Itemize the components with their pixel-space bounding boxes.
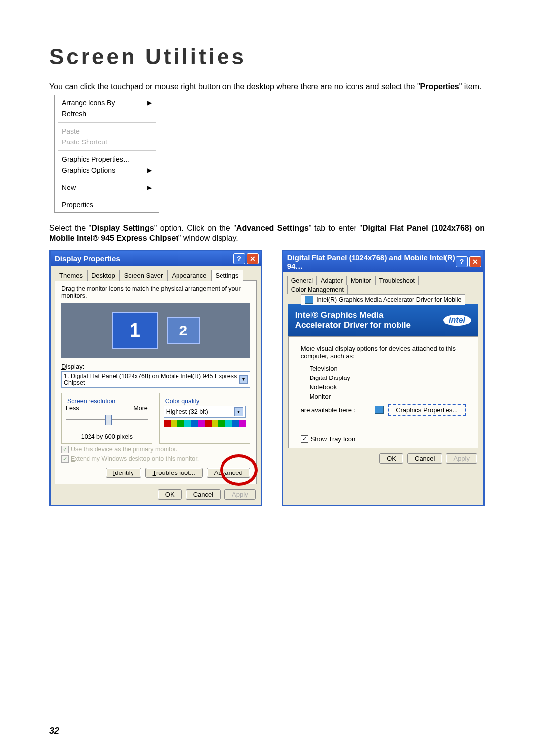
apply-button: Apply — [446, 453, 477, 464]
color-swatch-bar — [164, 420, 246, 427]
menu-item-graphics-options[interactable]: Graphics Options ▶ — [55, 165, 159, 176]
text: " item. — [459, 82, 482, 91]
submenu-arrow-icon: ▶ — [147, 184, 152, 191]
checkbox-label: Use this device as the primary monitor. — [71, 446, 177, 453]
menu-separator — [58, 179, 156, 179]
tab-desktop[interactable]: Desktop — [87, 270, 120, 281]
monitor-1-icon[interactable]: 1 — [112, 312, 158, 349]
menu-separator — [58, 122, 156, 123]
menu-item-refresh[interactable]: Refresh — [55, 108, 159, 119]
intro-paragraph-2: Select the "Display Settings" option. Cl… — [49, 223, 485, 244]
display-select[interactable]: 1. Digital Flat Panel (1024x768) on Mobi… — [61, 371, 250, 388]
menu-item-new[interactable]: New ▶ — [55, 182, 159, 193]
menu-item-graphics-properties[interactable]: Graphics Properties… — [55, 154, 159, 165]
resolution-slider[interactable] — [66, 414, 148, 425]
checkbox-label: Show Tray Icon — [311, 435, 356, 443]
color-quality-select[interactable]: Highest (32 bit) ▾ — [164, 406, 246, 418]
menu-label: Graphics Properties… — [62, 155, 130, 163]
tab-adapter[interactable]: Adapter — [317, 276, 347, 285]
checkbox-icon: ✓ — [61, 446, 69, 453]
display-properties-window: Display Properties ? ✕ Themes Desktop Sc… — [49, 250, 262, 506]
help-button[interactable]: ? — [456, 256, 468, 267]
less-label: Less — [66, 405, 79, 412]
checkbox-label: Extend my Windows desktop onto this moni… — [71, 455, 199, 462]
intel-tab-icon — [305, 296, 313, 304]
title-bar: Display Properties ? ✕ — [51, 251, 261, 266]
tab-troubleshoot[interactable]: Troubleshoot — [375, 276, 419, 285]
text: " window display. — [178, 234, 238, 242]
menu-label: Properties — [62, 201, 93, 209]
checkbox-icon: ✓ — [301, 435, 308, 443]
resolution-caption: 1024 by 600 pixels — [66, 433, 148, 440]
graphics-properties-button[interactable]: Graphics Properties... — [388, 404, 466, 416]
tab-color-management[interactable]: Color Management — [287, 285, 348, 294]
tab-monitor[interactable]: Monitor — [347, 276, 375, 285]
tab-intel-driver[interactable]: Intel(R) Graphics Media Accelerator Driv… — [301, 294, 465, 305]
submenu-arrow-icon: ▶ — [147, 167, 152, 174]
display-label: Display: — [61, 363, 250, 370]
hint-text: Drag the monitor icons to match the phys… — [61, 285, 250, 299]
menu-item-properties[interactable]: Properties — [55, 199, 159, 210]
ok-button[interactable]: OK — [379, 453, 403, 464]
text: You can click the touchpad or mouse righ… — [49, 82, 420, 91]
ok-button[interactable]: OK — [158, 489, 182, 500]
device-type-list: Television Digital Display Notebook Moni… — [301, 365, 466, 400]
cancel-button[interactable]: Cancel — [186, 489, 221, 500]
page-title: Screen Utilities — [49, 45, 485, 69]
cancel-button[interactable]: Cancel — [407, 453, 442, 464]
text: " option. Click on the " — [154, 224, 236, 232]
more-label: More — [134, 405, 147, 412]
identify-button[interactable]: Identify — [106, 468, 141, 478]
banner-line-2: Accelerator Driver for mobile — [295, 320, 411, 330]
tab-strip: Themes Desktop Screen Saver Appearance S… — [51, 266, 261, 280]
intro-paragraph-1: You can click the touchpad or mouse righ… — [49, 81, 485, 92]
troubleshoot-button[interactable]: Troubleshoot... — [145, 468, 203, 478]
menu-label: Graphics Options — [62, 166, 115, 174]
tab-label: Intel(R) Graphics Media Accelerator Driv… — [316, 296, 461, 303]
close-button[interactable]: ✕ — [469, 256, 481, 267]
monitor-2-icon[interactable]: 2 — [167, 317, 200, 344]
tab-settings[interactable]: Settings — [211, 270, 243, 281]
slider-thumb[interactable] — [105, 415, 112, 425]
color-quality-value: Highest (32 bit) — [166, 408, 208, 415]
chevron-down-icon: ▾ — [239, 375, 247, 384]
tab-themes[interactable]: Themes — [55, 270, 87, 281]
submenu-arrow-icon: ▶ — [147, 99, 152, 106]
monitor-icon — [375, 406, 384, 414]
menu-separator — [58, 150, 156, 151]
tab-screen-saver[interactable]: Screen Saver — [120, 270, 168, 281]
tab-appearance[interactable]: Appearance — [167, 270, 211, 281]
legend: Screen resolution — [66, 398, 117, 405]
monitor-arrangement[interactable]: 1 2 — [61, 303, 250, 358]
text-bold: Advanced Settings — [236, 224, 309, 232]
menu-label: Paste Shortcut — [62, 138, 107, 146]
close-button[interactable]: ✕ — [247, 253, 259, 264]
primary-monitor-checkbox: ✓ Use this device as the primary monitor… — [61, 446, 250, 453]
list-item: Notebook — [310, 383, 466, 391]
text-bold: Properties — [420, 82, 459, 91]
driver-tab-panel: More visual display options for devices … — [288, 336, 478, 448]
menu-label: Arrange Icons By — [62, 99, 115, 107]
menu-separator — [58, 196, 156, 196]
window-title: Display Properties — [55, 254, 120, 263]
menu-label: Paste — [62, 127, 80, 135]
screen-resolution-group: Screen resolution Less More 1024 by 600 … — [61, 393, 152, 444]
menu-item-paste: Paste — [55, 126, 159, 137]
intel-driver-window: Digital Flat Panel (1024x768) and Mobile… — [282, 250, 485, 506]
intel-logo: intel — [443, 315, 471, 326]
highlight-circle — [220, 454, 258, 486]
list-item: Television — [310, 365, 466, 372]
text: Select the " — [49, 224, 91, 232]
list-item: Digital Display — [310, 374, 466, 381]
menu-item-arrange-icons[interactable]: Arrange Icons By ▶ — [55, 97, 159, 108]
tab-general[interactable]: General — [287, 276, 317, 285]
help-button[interactable]: ? — [233, 253, 245, 264]
tab-strip: General Adapter Monitor Troubleshoot Col… — [283, 272, 483, 304]
context-menu: Arrange Icons By ▶ Refresh Paste Paste S… — [54, 95, 159, 213]
text-bold: Display Settings — [91, 224, 154, 232]
menu-label: Refresh — [62, 110, 86, 118]
banner-line-1: Intel® Graphics Media — [295, 310, 411, 320]
page-number: 32 — [49, 726, 59, 736]
show-tray-icon-checkbox[interactable]: ✓ Show Tray Icon — [301, 435, 466, 443]
title-bar: Digital Flat Panel (1024x768) and Mobile… — [283, 251, 483, 272]
